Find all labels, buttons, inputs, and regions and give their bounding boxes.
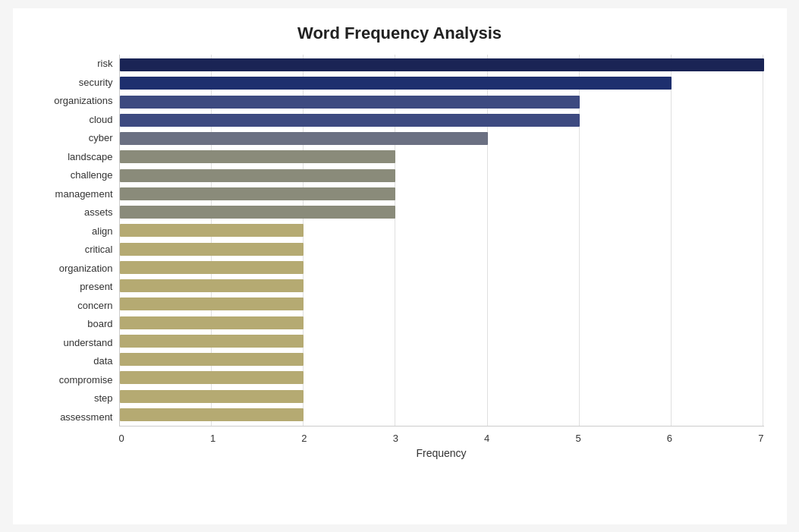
x-tick-label: 4 (484, 433, 489, 444)
bar (120, 150, 396, 163)
y-label: challenge (36, 170, 113, 180)
bar (120, 224, 304, 237)
y-label: landscape (36, 152, 113, 162)
chart-container: Word Frequency Analysis risksecurityorga… (13, 8, 787, 524)
x-tick-label: 1 (210, 433, 215, 444)
y-label: risk (36, 58, 113, 68)
bar-row (120, 222, 764, 240)
bar (120, 169, 396, 182)
bar (120, 132, 488, 145)
y-label: assessment (36, 412, 113, 422)
bar (120, 371, 304, 384)
bar (120, 58, 764, 71)
bar-row (120, 240, 764, 258)
bar-row (120, 332, 764, 350)
y-label: cyber (36, 133, 113, 143)
bar-row (120, 184, 764, 203)
x-tick-label: 3 (393, 433, 398, 444)
bar (120, 96, 580, 109)
y-label: compromise (36, 375, 113, 385)
x-tick-label: 0 (119, 433, 124, 444)
y-label: data (36, 356, 113, 366)
bar (120, 206, 396, 219)
x-tick-label: 2 (301, 433, 307, 444)
y-label: organizations (36, 96, 113, 105)
bar-row (120, 369, 764, 387)
y-label: assets (36, 207, 113, 217)
x-tick-label: 5 (575, 433, 580, 444)
y-labels: risksecurityorganizationscloudcyberlands… (36, 55, 119, 427)
bar (120, 114, 580, 127)
bar (120, 243, 304, 256)
y-label: concern (36, 301, 113, 310)
bar (120, 316, 304, 329)
x-tick-label: 7 (758, 433, 763, 444)
bar-row (120, 351, 764, 369)
y-label: management (36, 189, 113, 199)
bar (120, 353, 304, 366)
bar-row (120, 387, 764, 405)
y-label: board (36, 319, 113, 329)
bar-row (120, 166, 764, 184)
bar-row (120, 405, 764, 423)
x-axis-section: 01234567 Frequency (119, 427, 764, 464)
x-tick-labels: 01234567 (119, 427, 764, 444)
bar-row (120, 93, 764, 111)
bar-row (120, 203, 764, 222)
x-tick-label: 6 (667, 433, 672, 444)
bar-row (120, 56, 764, 74)
bar (120, 77, 672, 90)
bar (120, 261, 304, 274)
y-label: align (36, 226, 113, 236)
bar (120, 408, 304, 421)
bar-row (120, 313, 764, 332)
chart-title: Word Frequency Analysis (36, 24, 764, 43)
y-label: present (36, 282, 113, 291)
y-label: step (36, 393, 113, 403)
x-axis-title: Frequency (119, 447, 764, 459)
y-label: understand (36, 338, 113, 348)
bar-row (120, 111, 764, 129)
y-label: organization (36, 263, 113, 273)
y-label: cloud (36, 115, 113, 124)
bar-row (120, 148, 764, 166)
bar-row (120, 295, 764, 313)
y-label: security (36, 77, 113, 87)
bars-and-grid (119, 55, 764, 427)
bar-row (120, 130, 764, 148)
bar (120, 187, 396, 200)
y-label: critical (36, 244, 113, 254)
bars-wrapper (120, 55, 764, 426)
bars-section: risksecurityorganizationscloudcyberlands… (36, 55, 764, 427)
bar (120, 297, 304, 310)
bar (120, 279, 304, 292)
bar (120, 390, 304, 403)
bar (120, 335, 304, 348)
bar-row (120, 258, 764, 276)
bar-row (120, 277, 764, 295)
chart-area: risksecurityorganizationscloudcyberlands… (36, 55, 764, 464)
bar-row (120, 74, 764, 93)
